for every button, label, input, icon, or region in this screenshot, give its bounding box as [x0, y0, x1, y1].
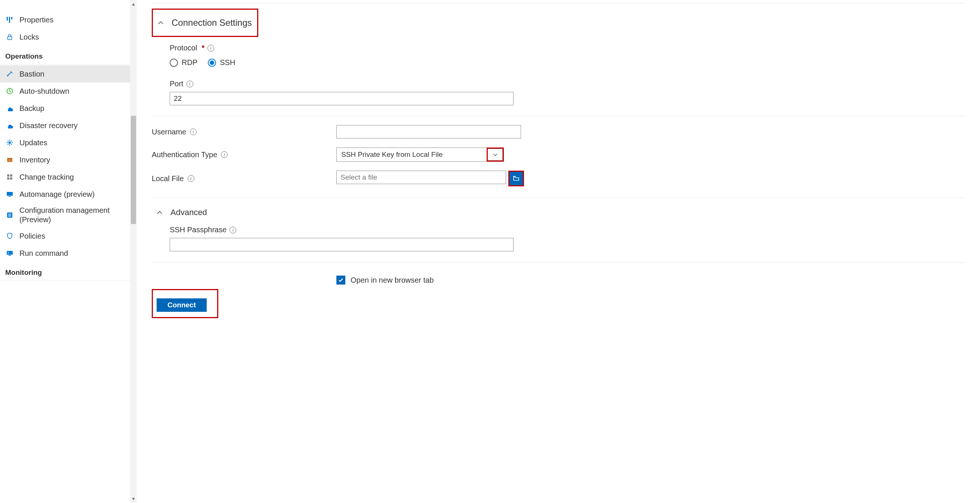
- svg-rect-13: [9, 196, 11, 197]
- sidebar-item-policies[interactable]: Policies: [0, 227, 130, 244]
- local-file-label: Local File i: [152, 175, 336, 183]
- ssh-passphrase-input[interactable]: [170, 238, 514, 251]
- auth-type-selected: SSH Private Key from Local File: [341, 151, 442, 159]
- sidebar-item-label: Disaster recovery: [19, 121, 78, 130]
- runcommand-icon: [5, 249, 14, 258]
- sidebar-item-label: Properties: [19, 16, 53, 24]
- sidebar-item-label: Bastion: [19, 70, 45, 78]
- username-label-text: Username: [152, 128, 186, 136]
- required-indicator: *: [202, 44, 204, 52]
- svg-rect-12: [7, 192, 13, 196]
- info-icon[interactable]: i: [186, 81, 193, 87]
- port-label-text: Port: [170, 79, 183, 88]
- connect-button[interactable]: Connect: [157, 298, 207, 312]
- username-input[interactable]: [336, 125, 521, 138]
- sidebar-item-properties[interactable]: Properties: [0, 11, 130, 29]
- scroll-thumb[interactable]: [131, 116, 136, 224]
- sidebar-item-locks[interactable]: Locks: [0, 29, 130, 46]
- sidebar-item-label: Automanage (preview): [19, 190, 95, 199]
- local-file-input[interactable]: Select a file: [336, 171, 506, 184]
- sidebar-item-label: Locks: [19, 33, 39, 41]
- divider: [152, 262, 965, 263]
- sidebar-item-disasterrecovery[interactable]: Disaster recovery: [0, 117, 130, 134]
- protocol-radio-ssh[interactable]: SSH: [208, 58, 235, 67]
- sidebar-item-changetracking[interactable]: Change tracking: [0, 168, 130, 186]
- svg-rect-9: [10, 175, 12, 177]
- section-title: Connection Settings: [172, 17, 252, 28]
- username-label: Username i: [152, 128, 336, 136]
- divider: [0, 281, 130, 281]
- info-icon[interactable]: i: [229, 227, 236, 233]
- sidebar-item-label: Policies: [19, 232, 45, 241]
- protocol-label: Protocol * i: [170, 44, 965, 52]
- auth-type-dropdown-caret[interactable]: [487, 148, 504, 162]
- radio-label: RDP: [181, 58, 197, 67]
- protocol-radio-rdp[interactable]: RDP: [170, 58, 197, 67]
- open-new-tab-checkbox[interactable]: [336, 276, 345, 284]
- connection-settings-toggle[interactable]: Connection Settings: [152, 9, 258, 37]
- auth-type-select[interactable]: SSH Private Key from Local File: [336, 148, 504, 162]
- divider: [0, 64, 130, 65]
- svg-rect-0: [7, 17, 8, 21]
- local-file-placeholder: Select a file: [340, 173, 377, 181]
- scroll-down-icon[interactable]: ▼: [130, 495, 137, 503]
- autoshutdown-icon: [5, 87, 14, 95]
- protocol-label-text: Protocol: [170, 44, 197, 52]
- auth-type-label: Authentication Type i: [152, 151, 336, 159]
- scroll-up-icon[interactable]: ▲: [130, 0, 137, 8]
- sidebar-item-configmgmt[interactable]: Configuration management (Preview): [0, 203, 130, 227]
- sidebar-scrollbar[interactable]: ▲ ▼: [130, 0, 137, 503]
- sidebar-item-label: Backup: [19, 104, 45, 113]
- info-icon[interactable]: i: [221, 151, 228, 158]
- sidebar-item-inventory[interactable]: Inventory: [0, 151, 130, 168]
- port-input[interactable]: [170, 92, 514, 105]
- inventory-icon: [5, 156, 14, 164]
- svg-rect-16: [9, 255, 11, 256]
- disasterrecovery-icon: [5, 121, 14, 130]
- sidebar-item-label: Run command: [19, 249, 68, 258]
- bastion-icon: [5, 70, 14, 78]
- divider: [152, 198, 965, 198]
- sidebar-item-autoshutdown[interactable]: Auto-shutdown: [0, 83, 130, 100]
- info-icon[interactable]: i: [207, 45, 214, 52]
- sidebar-item-label: Auto-shutdown: [19, 87, 69, 95]
- sidebar-heading-operations: Operations: [0, 46, 130, 63]
- lock-icon: [5, 32, 14, 41]
- chevron-down-icon: [492, 152, 498, 157]
- updates-icon: [5, 138, 14, 147]
- sidebar-item-bastion[interactable]: Bastion: [0, 65, 130, 83]
- check-icon: [338, 277, 344, 283]
- properties-icon: [5, 15, 14, 24]
- svg-rect-1: [9, 17, 10, 23]
- sidebar-item-backup[interactable]: Backup: [0, 100, 130, 117]
- advanced-title: Advanced: [170, 208, 207, 217]
- sidebar-item-label: Updates: [19, 138, 48, 147]
- svg-rect-15: [7, 251, 13, 255]
- svg-point-5: [9, 141, 11, 144]
- policies-icon: [5, 232, 14, 241]
- chevron-up-icon: [157, 19, 165, 27]
- advanced-toggle[interactable]: Advanced: [152, 208, 965, 217]
- info-icon[interactable]: i: [190, 129, 197, 135]
- sidebar-item-label: Configuration management (Preview): [19, 206, 126, 224]
- sidebar-item-automanage[interactable]: Automanage (preview): [0, 186, 130, 203]
- svg-rect-7: [7, 158, 12, 159]
- browse-file-button[interactable]: [509, 172, 523, 185]
- local-file-label-text: Local File: [152, 175, 184, 183]
- ssh-passphrase-label: SSH Passphrase i: [170, 225, 965, 234]
- radio-label: SSH: [220, 58, 235, 67]
- chevron-up-icon: [156, 208, 164, 217]
- auth-type-label-text: Authentication Type: [152, 151, 217, 159]
- sidebar-item-runcommand[interactable]: Run command: [0, 244, 130, 262]
- info-icon[interactable]: i: [188, 175, 194, 182]
- changetracking-icon: [5, 173, 14, 181]
- open-new-tab-label: Open in new browser tab: [351, 276, 434, 284]
- configmgmt-icon: [5, 211, 14, 220]
- svg-rect-3: [8, 36, 12, 40]
- sidebar-item-label: Change tracking: [19, 173, 74, 181]
- sidebar-item-updates[interactable]: Updates: [0, 134, 130, 151]
- port-label: Port i: [170, 79, 965, 88]
- folder-icon: [512, 175, 520, 182]
- main-panel: Connection Settings Protocol * i RDP SSH…: [137, 0, 980, 503]
- backup-icon: [5, 104, 14, 113]
